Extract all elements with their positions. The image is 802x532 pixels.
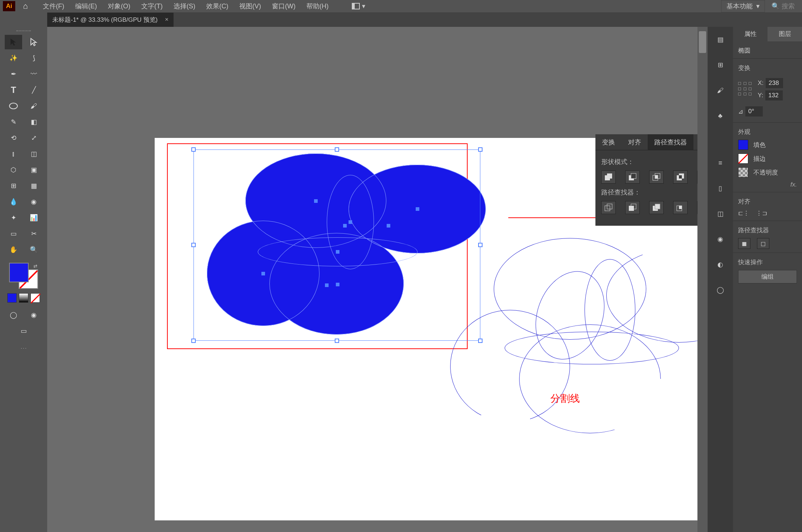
- fx-button[interactable]: fx.: [738, 181, 797, 188]
- tab-properties[interactable]: 属性: [733, 27, 768, 41]
- transparency-panel-icon[interactable]: ◯: [715, 285, 726, 295]
- swatches-panel-icon[interactable]: ⊞: [715, 60, 726, 70]
- intersect-button[interactable]: [649, 171, 664, 184]
- column-graph-tool[interactable]: 📊: [25, 210, 42, 225]
- fill-color-swatch[interactable]: [738, 140, 748, 150]
- tab-transform[interactable]: 变换: [595, 134, 622, 150]
- menu-type[interactable]: 文字(T): [141, 2, 163, 11]
- color-mode-icon[interactable]: [7, 293, 17, 303]
- appearance-panel-icon[interactable]: ◉: [715, 234, 726, 245]
- selection-bbox[interactable]: [194, 150, 480, 341]
- graphic-styles-panel-icon[interactable]: ◐: [715, 259, 726, 270]
- y-label: Y:: [758, 92, 763, 99]
- menu-select[interactable]: 选择(S): [174, 2, 195, 11]
- curvature-tool[interactable]: 〰: [25, 67, 42, 81]
- line-tool[interactable]: ╱: [25, 83, 42, 97]
- stroke-panel-icon[interactable]: ≡: [715, 157, 726, 168]
- y-input[interactable]: 132: [765, 90, 783, 101]
- brushes-panel-icon[interactable]: 🖌: [715, 85, 726, 96]
- symbol-sprayer-tool[interactable]: ✦: [5, 210, 22, 225]
- gradient-tool[interactable]: ▦: [25, 179, 42, 193]
- paintbrush-tool[interactable]: 🖌: [25, 99, 42, 113]
- type-tool[interactable]: T: [5, 83, 22, 97]
- slice-tool[interactable]: ✂: [25, 226, 42, 241]
- group-button[interactable]: 编组: [738, 270, 797, 283]
- angle-icon: ⊿: [738, 108, 743, 115]
- opacity-swatch[interactable]: [738, 167, 748, 177]
- fill-label: 填色: [753, 141, 766, 149]
- direct-selection-tool[interactable]: [25, 35, 42, 49]
- menu-view[interactable]: 视图(V): [239, 2, 261, 11]
- home-icon[interactable]: ⌂: [20, 1, 30, 11]
- exclude-button[interactable]: [673, 171, 688, 184]
- symbols-panel-icon[interactable]: ♣: [715, 110, 726, 121]
- align-left-icon[interactable]: ⊏⋮: [738, 209, 749, 217]
- fill-swatch[interactable]: [9, 263, 29, 282]
- mini-unite-button[interactable]: ◼: [738, 238, 750, 249]
- tab-pathfinder[interactable]: 路径查找器: [648, 134, 693, 150]
- canvas[interactable]: 分割线 变换 对齐 路径查找器 »≡ 形状模式： 扩展 路径查找器：: [47, 27, 708, 532]
- artboard-tool[interactable]: ▭: [5, 226, 22, 241]
- draw-mode-behind[interactable]: ◉: [25, 308, 42, 322]
- workspace-selector[interactable]: 基本功能▾: [721, 0, 765, 12]
- rotate-tool[interactable]: ⟲: [5, 131, 22, 145]
- gradient-mode-icon[interactable]: [19, 293, 28, 303]
- angle-input[interactable]: 0°: [745, 106, 763, 116]
- properties-panel: 属性 图层 椭圆 变换 X:238 Y:132 ⊿0° 外观 填色 描边 不透明…: [733, 27, 802, 532]
- menu-edit[interactable]: 编辑(E): [75, 2, 97, 11]
- align-right-icon[interactable]: ⋮⊐: [756, 209, 767, 217]
- divide-button[interactable]: [601, 201, 616, 214]
- mini-minus-button[interactable]: ◻: [757, 238, 769, 249]
- align-panel-icon[interactable]: ▯: [715, 183, 726, 194]
- shape-builder-tool[interactable]: ⬡: [5, 163, 22, 177]
- edit-toolbar-icon[interactable]: ⋯: [20, 344, 27, 352]
- menu-object[interactable]: 对象(O): [108, 2, 130, 11]
- scale-tool[interactable]: ⤢: [25, 131, 42, 145]
- free-transform-tool[interactable]: ◫: [25, 147, 42, 161]
- transform-section-label: 变换: [738, 64, 797, 72]
- toolbox-grip[interactable]: [16, 29, 31, 31]
- arrange-docs-icon[interactable]: ▾: [352, 2, 365, 10]
- menu-help[interactable]: 帮助(H): [306, 2, 329, 11]
- shaper-tool[interactable]: ✎: [5, 115, 22, 129]
- stroke-color-swatch[interactable]: [738, 154, 748, 164]
- swap-fill-stroke-icon[interactable]: ⇄: [33, 263, 37, 269]
- none-mode-icon[interactable]: [30, 293, 40, 303]
- vertical-scrollbar[interactable]: [697, 27, 708, 532]
- mesh-tool[interactable]: ⊞: [5, 179, 22, 193]
- eyedropper-tool[interactable]: 💧: [5, 195, 22, 209]
- tab-align[interactable]: 对齐: [622, 134, 648, 150]
- menu-file[interactable]: 文件(F): [43, 2, 64, 11]
- hand-tool[interactable]: ✋: [5, 242, 22, 257]
- document-tab[interactable]: 未标题-1* @ 33.33% (RGB/GPU 预览) ×: [47, 13, 174, 27]
- ellipse-tool[interactable]: [5, 99, 22, 113]
- screen-mode-icon[interactable]: ▭: [15, 324, 32, 338]
- search-input[interactable]: 🔍 搜索: [772, 2, 795, 11]
- minus-front-button[interactable]: [625, 171, 640, 184]
- fill-stroke-control[interactable]: ⇄: [9, 263, 38, 289]
- magic-wand-tool[interactable]: ✨: [5, 51, 22, 65]
- transform-panel-icon[interactable]: ◫: [715, 208, 726, 219]
- color-panel-icon[interactable]: ▤: [715, 34, 726, 45]
- unite-button[interactable]: [601, 171, 616, 184]
- draw-mode-normal[interactable]: ◯: [5, 308, 22, 322]
- eraser-tool[interactable]: ◧: [25, 115, 42, 129]
- trim-button[interactable]: [625, 201, 640, 214]
- close-tab-icon[interactable]: ×: [165, 16, 168, 23]
- menu-window[interactable]: 窗口(W): [272, 2, 296, 11]
- pen-tool[interactable]: ✒: [5, 67, 22, 81]
- svg-rect-20: [679, 206, 682, 209]
- width-tool[interactable]: ⫿: [5, 147, 22, 161]
- zoom-tool[interactable]: 🔍: [25, 242, 42, 257]
- perspective-tool[interactable]: ▣: [25, 163, 42, 177]
- lasso-tool[interactable]: ⟆: [25, 51, 42, 65]
- merge-button[interactable]: [649, 201, 664, 214]
- pathfinder-panel[interactable]: 变换 对齐 路径查找器 »≡ 形状模式： 扩展 路径查找器：: [595, 134, 708, 226]
- blend-tool[interactable]: ◉: [25, 195, 42, 209]
- tab-layers[interactable]: 图层: [768, 27, 802, 41]
- selection-tool[interactable]: [5, 35, 22, 49]
- crop-button[interactable]: [673, 201, 688, 214]
- reference-point-selector[interactable]: [738, 82, 753, 97]
- menu-effect[interactable]: 效果(C): [206, 2, 228, 11]
- x-input[interactable]: 238: [766, 78, 783, 88]
